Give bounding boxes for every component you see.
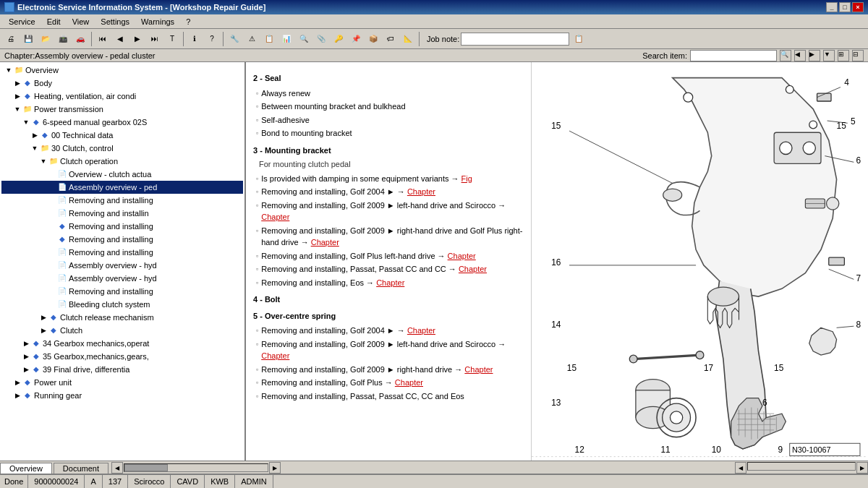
menu-settings[interactable]: Settings	[95, 16, 135, 27]
search-options[interactable]: ▼	[823, 50, 835, 61]
menu-view[interactable]: View	[67, 16, 95, 27]
chapter-link-4[interactable]: Chapter	[448, 252, 476, 260]
doc-scroll-left[interactable]: ◀	[111, 462, 123, 474]
tool7[interactable]: 🔑	[331, 31, 346, 47]
tree-item-technical[interactable]: ▶ ◆ 00 Technical data	[1, 129, 243, 142]
tree-item-running[interactable]: ▶ ◆ Running gear	[1, 389, 243, 402]
fig-link[interactable]: Fig	[461, 174, 472, 183]
toggle-gearbox[interactable]: ▼	[22, 118, 30, 127]
tool4[interactable]: 📊	[278, 31, 294, 47]
content-scroll-left[interactable]: ◀	[735, 462, 746, 474]
tab-document[interactable]: Document	[54, 463, 109, 474]
search-extra1[interactable]: ⊞	[838, 50, 849, 61]
chapter-link-7[interactable]: Chapter	[407, 326, 435, 335]
toggle-heating[interactable]: ▶	[13, 92, 22, 100]
tree-item-removing5[interactable]: 📄 Removing and installing	[1, 246, 243, 259]
toggle-gb34[interactable]: ▶	[22, 339, 30, 348]
doc-scroll-right[interactable]: ▶	[269, 462, 281, 474]
tree-item-overview[interactable]: ▼ 📁 Overview	[1, 64, 243, 77]
tree-item-removing2[interactable]: 📄 Removing and installin	[1, 207, 243, 220]
nav-next[interactable]: ▶	[129, 31, 145, 47]
chapter-link-1[interactable]: Chapter	[407, 187, 435, 196]
doc-hscroll-track[interactable]	[124, 463, 268, 472]
menu-service[interactable]: Service	[3, 16, 41, 27]
tree-item-powertrans[interactable]: ▼ 📁 Power transmission	[1, 103, 243, 116]
tool6[interactable]: 📎	[313, 31, 329, 47]
toggle-technical[interactable]: ▶	[30, 131, 39, 140]
tree-item-assembly-hyd1[interactable]: 📄 Assembly overview - hyd	[1, 259, 243, 272]
search-input[interactable]	[690, 50, 777, 61]
tree-item-removing6[interactable]: 📄 Removing and installing	[1, 285, 243, 298]
tool1[interactable]: 🔧	[226, 31, 242, 47]
tree-item-removing3[interactable]: ◆ Removing and installing	[1, 220, 243, 233]
nav-last[interactable]: ⏭	[147, 31, 163, 47]
chapter-link-10[interactable]: Chapter	[395, 378, 423, 387]
toggle-rg[interactable]: ▶	[13, 391, 22, 400]
minimize-button[interactable]: _	[826, 2, 838, 12]
tree-item-clutchop[interactable]: ▼ 📁 Clutch operation	[1, 155, 243, 168]
toggle-clutch30[interactable]: ▼	[30, 144, 39, 153]
tree-item-bleeding[interactable]: 📄 Bleeding clutch system	[1, 298, 243, 311]
search-next[interactable]: ▶	[809, 50, 820, 61]
tab-overview[interactable]: Overview	[0, 463, 52, 474]
tree-item-release[interactable]: ▶ ◆ Clutch release mechanism	[1, 311, 243, 324]
car-button[interactable]: 🚗	[72, 31, 88, 47]
tree-item-gearbox35[interactable]: ▶ ◆ 35 Gearbox,mechanics,gears,	[1, 350, 243, 363]
toggle-pu[interactable]: ▶	[13, 378, 22, 387]
tool11[interactable]: 📐	[400, 31, 416, 47]
tree-item-assembly-ped[interactable]: 📄 Assembly overview - ped	[1, 181, 243, 194]
print-button[interactable]: 🖨	[3, 31, 19, 47]
fax-button[interactable]: 📠	[55, 31, 71, 47]
tool9[interactable]: 📦	[365, 31, 381, 47]
chapter-link-8[interactable]: Chapter	[261, 351, 289, 360]
content-scroll-right[interactable]: ▶	[856, 462, 868, 474]
tree-item-heating[interactable]: ▶ ◆ Heating, ventilation, air condi	[1, 90, 243, 103]
close-button[interactable]: ×	[852, 2, 864, 12]
doc-hscroll-thumb[interactable]	[124, 464, 168, 471]
tree-item-removing4[interactable]: ◆ Removing and installing	[1, 233, 243, 246]
content-hscroll-track[interactable]	[747, 462, 856, 471]
open-button[interactable]: 📂	[38, 31, 54, 47]
search-extra2[interactable]: ⊟	[852, 50, 864, 61]
search-button[interactable]: 🔍	[780, 50, 791, 61]
search-prev[interactable]: ◀	[794, 50, 806, 61]
chapter-link-6[interactable]: Chapter	[376, 278, 404, 287]
nav-text[interactable]: T	[164, 31, 180, 47]
job-note-btn[interactable]: 📋	[571, 31, 587, 47]
maximize-button[interactable]: □	[839, 2, 851, 12]
help-button[interactable]: ?	[204, 31, 220, 47]
toggle-clutch[interactable]: ▶	[39, 326, 48, 335]
tool3[interactable]: 📋	[261, 31, 277, 47]
toggle-clutchop[interactable]: ▼	[39, 157, 48, 166]
chapter-link-3[interactable]: Chapter	[311, 238, 339, 247]
toggle-fd39[interactable]: ▶	[22, 365, 30, 374]
job-note-input[interactable]	[461, 33, 569, 46]
window-controls[interactable]: _ □ ×	[826, 2, 864, 12]
tree-item-gearbox34[interactable]: ▶ ◆ 34 Gearbox mechanics,operat	[1, 337, 243, 350]
toggle-powertrans[interactable]: ▼	[13, 105, 22, 114]
tree-item-clutch30[interactable]: ▼ 📁 30 Clutch, control	[1, 142, 243, 155]
document-content[interactable]: 2 - Seal ▫ Always renew ▫ Between mounti…	[246, 62, 532, 461]
toggle-release[interactable]: ▶	[39, 313, 48, 322]
nav-first[interactable]: ⏮	[95, 31, 111, 47]
tree-item-body[interactable]: ▶ ◆ Body	[1, 77, 243, 90]
menu-warnings[interactable]: Warnings	[135, 16, 180, 27]
chapter-link-5[interactable]: Chapter	[459, 265, 487, 273]
nav-prev[interactable]: ◀	[112, 31, 128, 47]
tool10[interactable]: 🏷	[383, 31, 399, 47]
chapter-link-9[interactable]: Chapter	[464, 365, 493, 374]
chapter-link-2[interactable]: Chapter	[261, 213, 289, 221]
save-button[interactable]: 💾	[20, 31, 36, 47]
tool5[interactable]: 🔍	[296, 31, 312, 47]
menu-edit[interactable]: Edit	[41, 16, 67, 27]
tool8[interactable]: 📌	[348, 31, 364, 47]
tree-item-final39[interactable]: ▶ ◆ 39 Final drive, differentia	[1, 363, 243, 376]
toggle-gb35[interactable]: ▶	[22, 352, 30, 361]
tree-scroll[interactable]: ▼ 📁 Overview ▶ ◆ Body ▶ ◆ Heating, venti…	[0, 62, 244, 461]
tool2[interactable]: ⚠	[244, 31, 260, 47]
tree-item-overview-clutch[interactable]: 📄 Overview - clutch actua	[1, 168, 243, 181]
toggle-body[interactable]: ▶	[13, 79, 22, 87]
info-button[interactable]: ℹ	[187, 31, 203, 47]
tree-item-clutch[interactable]: ▶ ◆ Clutch	[1, 324, 243, 337]
tree-item-assembly-hyd2[interactable]: 📄 Assembly overview - hyd	[1, 272, 243, 285]
